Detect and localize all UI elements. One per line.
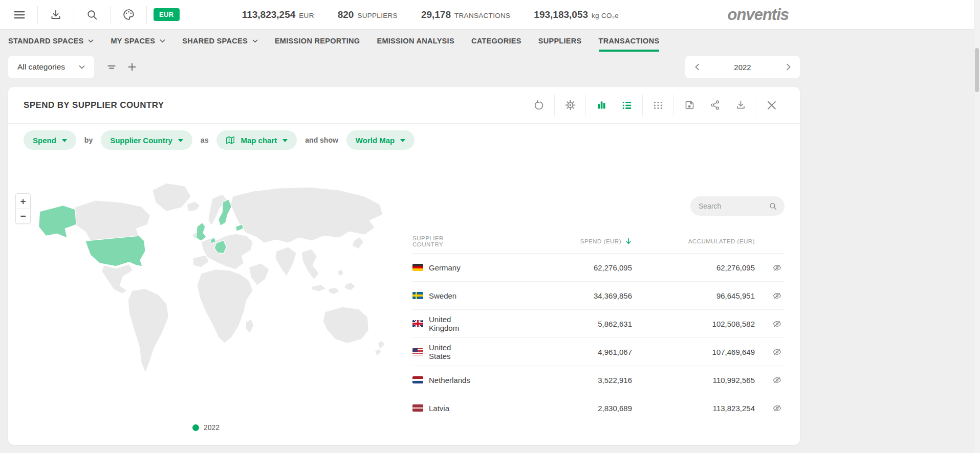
tab-suppliers[interactable]: SUPPLIERS	[538, 30, 582, 52]
stat-transactions: 29,178 TRANSACTIONS	[421, 9, 510, 20]
chevron-down-icon	[88, 39, 94, 43]
tab-emission-reporting[interactable]: EMISSION REPORTING	[275, 30, 360, 52]
hide-row-button[interactable]	[769, 372, 785, 388]
column-header-supplier-country[interactable]: SUPPLIER COUNTRY	[412, 235, 473, 247]
zoom-out-button[interactable]: −	[16, 209, 30, 223]
visualization-selector[interactable]: Map chart	[216, 130, 297, 150]
country-name: United States	[429, 343, 473, 360]
country-name: Netherlands	[429, 376, 470, 384]
add-widget-button[interactable]	[122, 57, 142, 77]
stat-unit: EUR	[299, 12, 314, 19]
save-icon	[684, 100, 695, 110]
dimension-selector[interactable]: Supplier Country	[101, 130, 192, 150]
column-header-spend[interactable]: SPEND (EUR)	[473, 237, 632, 245]
year-value[interactable]: 2022	[734, 63, 751, 72]
accumulated-cell: 62,276,095	[632, 263, 755, 272]
map-landmass	[153, 183, 191, 212]
theme-button[interactable]	[117, 4, 140, 26]
share-button[interactable]	[702, 95, 728, 116]
close-widget-button[interactable]	[759, 95, 785, 116]
table-search[interactable]	[690, 196, 785, 216]
next-year-button[interactable]	[779, 58, 797, 76]
hide-row-button[interactable]	[769, 260, 785, 275]
measure-selector[interactable]: Spend	[24, 130, 76, 150]
hide-row-button[interactable]	[769, 288, 785, 303]
table-row[interactable]: Sweden 34,369,856 96,645,951	[412, 282, 785, 310]
chart-view-button[interactable]	[589, 95, 614, 116]
map-scope-selector[interactable]: World Map	[346, 130, 415, 150]
divider	[756, 95, 756, 116]
hide-row-button[interactable]	[769, 344, 785, 359]
as-label: as	[201, 136, 209, 144]
scrollbar-thumb[interactable]	[975, 48, 979, 92]
download-icon	[735, 100, 746, 110]
previous-year-button[interactable]	[688, 58, 706, 76]
tab-standard-spaces[interactable]: STANDARD SPACES	[8, 30, 94, 52]
currency-badge[interactable]: EUR	[154, 8, 180, 21]
filter-button[interactable]	[101, 57, 122, 77]
flag-netherlands-icon	[412, 376, 423, 383]
table-row[interactable]: Germany 62,276,095 62,276,095	[412, 254, 785, 282]
flag-united-kingdom-icon	[412, 320, 423, 327]
tab-emission-analysis[interactable]: EMISSION ANALYSIS	[377, 30, 454, 52]
map-landmass	[375, 348, 381, 356]
map-country-united-states[interactable]	[85, 236, 145, 266]
search-input[interactable]	[698, 201, 765, 211]
stat-co2: 193,183,053 kg CO₂e	[534, 9, 619, 20]
chevron-down-icon	[252, 39, 258, 43]
spend-cell: 4,961,067	[473, 348, 632, 356]
table-row[interactable]: United Kingdom 5,862,631 102,508,582	[412, 310, 785, 338]
eye-off-icon	[772, 319, 782, 329]
chevron-right-icon	[786, 63, 791, 71]
table-row[interactable]: Latvia 2,830,689 113,823,254	[412, 394, 785, 422]
list-view-button[interactable]	[614, 95, 640, 116]
world-map[interactable]	[14, 176, 395, 389]
download-widget-button[interactable]	[728, 95, 753, 116]
menu-button[interactable]	[8, 4, 31, 26]
map-landmass	[187, 201, 200, 212]
search-icon	[769, 202, 777, 211]
category-selector[interactable]: All categories	[8, 56, 94, 78]
search-row	[412, 196, 785, 216]
column-header-accumulated[interactable]: ACCUMULATED (EUR)	[632, 238, 755, 244]
export-button[interactable]	[45, 4, 67, 26]
map-country-united-states-alaska[interactable]	[39, 206, 76, 238]
country-cell: United States	[412, 343, 473, 360]
map-landmass	[249, 263, 269, 286]
settings-button[interactable]	[557, 95, 583, 116]
table-row[interactable]: United States 4,961,067 107,469,649	[412, 338, 785, 366]
map-pane: + −	[8, 155, 404, 445]
spend-cell: 5,862,631	[473, 320, 632, 328]
zoom-in-button[interactable]: +	[16, 194, 30, 209]
save-button[interactable]	[677, 95, 702, 116]
map-country-united-kingdom[interactable]	[196, 222, 206, 241]
table-row[interactable]: Netherlands 3,522,916 110,992,565	[412, 366, 785, 394]
map-scope-label: World Map	[356, 136, 395, 145]
list-icon	[621, 100, 633, 111]
grid-view-button[interactable]	[645, 95, 671, 116]
vertical-scrollbar[interactable]	[974, 0, 980, 453]
stat-unit: TRANSACTIONS	[454, 12, 510, 19]
hide-row-button[interactable]	[769, 400, 785, 416]
dropdown-triangle-icon	[62, 139, 67, 145]
onventis-logo: onventis	[728, 6, 792, 24]
supplier-country-table: SUPPLIER COUNTRY SPEND (EUR) ACCUMULATED…	[412, 229, 785, 422]
tab-shared-spaces[interactable]: SHARED SPACES	[182, 30, 258, 52]
tab-label: STANDARD SPACES	[8, 37, 83, 45]
tab-my-spaces[interactable]: MY SPACES	[111, 30, 165, 52]
hide-row-button[interactable]	[769, 316, 785, 331]
chevron-down-icon	[160, 39, 165, 43]
country-cell: United Kingdom	[412, 315, 473, 332]
column-header-label: SPEND (EUR)	[580, 238, 621, 244]
tab-transactions[interactable]: TRANSACTIONS	[599, 30, 660, 52]
global-search-button[interactable]	[81, 4, 103, 26]
tab-label: CATEGORIES	[471, 37, 521, 45]
stat-value: 113,823,254	[242, 9, 296, 20]
map-zoom-controls: + −	[15, 193, 31, 224]
map-country-latvia[interactable]	[236, 224, 244, 231]
tab-label: EMISSION ANALYSIS	[377, 37, 454, 45]
divider	[585, 95, 586, 116]
tab-categories[interactable]: CATEGORIES	[471, 30, 521, 52]
refresh-button[interactable]	[526, 95, 552, 116]
dropdown-triangle-icon	[282, 139, 288, 145]
